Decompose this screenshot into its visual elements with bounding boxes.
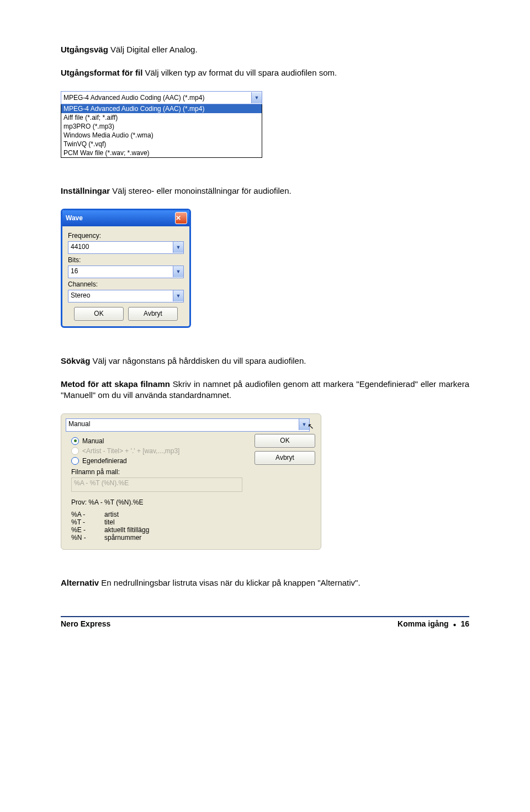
legend-k-t: %T - <box>71 518 94 526</box>
format-combo-listbox[interactable]: MPEG-4 Advanced Audio Coding (AAC) (*.mp… <box>61 104 262 158</box>
format-option-3[interactable]: Windows Media Audio (*.wma) <box>61 131 262 140</box>
wave-dialog: Wave ✕ Frequency: 44100 ▼ Bits: 16 ▼ Cha… <box>61 209 191 328</box>
para3-bold: Inställningar <box>61 186 110 195</box>
filename-ok-button[interactable]: OK <box>255 434 315 448</box>
footer-right-b: 16 <box>459 619 469 628</box>
para-metod: Metod för att skapa filnamn Skriv in nam… <box>61 379 469 401</box>
para-utgangsformat: Utgångsformat för fil Välj vilken typ av… <box>61 67 469 78</box>
radio-manual[interactable] <box>71 437 79 445</box>
radio-custom-label: Egendefinierad <box>82 457 127 465</box>
para4-rest: Välj var någonstans på hårddisken du vil… <box>90 356 306 365</box>
para-installningar: Inställningar Välj stereo- eller monoins… <box>61 185 469 197</box>
page-footer: Nero Express Komma igång ● 16 <box>61 617 469 628</box>
filename-method-panel: Manual ▼ ↖ OK Avbryt Manual <Artist - Ti… <box>61 413 321 550</box>
filename-preview: Prov: %A - %T (%N).%E <box>71 498 315 506</box>
wave-dialog-title: Wave <box>66 214 175 222</box>
chevron-down-icon: ▼ <box>176 269 181 274</box>
bullet-icon: ● <box>451 622 458 628</box>
chevron-down-icon: ▼ <box>255 95 259 100</box>
format-combo-dropdown-button[interactable]: ▼ <box>251 92 262 103</box>
legend-row-t: %T - titel <box>71 518 315 526</box>
bits-value: 16 <box>68 266 173 278</box>
close-icon: ✕ <box>176 214 187 222</box>
legend-k-n: %N - <box>71 534 94 542</box>
radio-artist-title <box>71 447 79 455</box>
para5-bold: Metod för att skapa filnamn <box>61 379 170 389</box>
channels-field[interactable]: Stereo ▼ <box>68 290 184 302</box>
filename-cancel-button[interactable]: Avbryt <box>255 451 315 465</box>
legend-row-a: %A - artist <box>71 511 315 518</box>
chevron-down-icon: ▼ <box>176 293 181 299</box>
close-button[interactable]: ✕ <box>175 212 187 224</box>
legend-k-a: %A - <box>71 511 94 518</box>
channels-label: Channels: <box>68 280 184 288</box>
format-option-0[interactable]: MPEG-4 Advanced Audio Coding (AAC) (*.mp… <box>61 104 262 113</box>
bits-dropdown-button[interactable]: ▼ <box>173 266 183 277</box>
para1-rest: Välj Digital eller Analog. <box>108 45 198 54</box>
footer-right-a: Komma igång <box>398 619 451 628</box>
legend-row-e: %E - aktuellt filtillägg <box>71 526 315 534</box>
wave-cancel-button[interactable]: Avbryt <box>128 307 178 321</box>
wave-ok-button[interactable]: OK <box>74 307 124 321</box>
footer-right: Komma igång ● 16 <box>398 619 469 628</box>
para3-rest: Välj stereo- eller monoinställningar för… <box>110 186 292 195</box>
legend-k-e: %E - <box>71 526 94 534</box>
para2-rest: Välj vilken typ av format du vill spara … <box>142 68 337 77</box>
method-combo[interactable]: Manual ▼ <box>66 418 310 432</box>
frequency-value: 44100 <box>68 242 173 253</box>
legend-v-e: aktuellt filtillägg <box>104 526 149 534</box>
format-combo-field[interactable]: MPEG-4 Advanced Audio Coding (AAC) (*.mp… <box>61 91 262 104</box>
radio-artist-title-label: <Artist - Titel> + '.' + [wav,...,mp3] <box>82 447 179 455</box>
filename-template-field[interactable]: %A - %T (%N).%E <box>71 477 242 492</box>
para-sokvag: Sökväg Välj var någonstans på hårddisken… <box>61 355 469 367</box>
bits-field[interactable]: 16 ▼ <box>68 266 184 278</box>
format-combo-image: MPEG-4 Advanced Audio Coding (AAC) (*.mp… <box>61 91 262 158</box>
frequency-dropdown-button[interactable]: ▼ <box>173 242 183 253</box>
legend-row-n: %N - spårnummer <box>71 534 315 542</box>
para6-rest: En nedrullningsbar listruta visas när du… <box>99 578 360 587</box>
method-combo-value: Manual <box>66 419 299 431</box>
channels-dropdown-button[interactable]: ▼ <box>173 290 183 301</box>
radio-manual-label: Manual <box>82 437 104 445</box>
para4-bold: Sökväg <box>61 356 90 365</box>
channels-value: Stereo <box>68 290 173 302</box>
radio-custom[interactable] <box>71 457 79 465</box>
chevron-down-icon: ▼ <box>176 245 181 250</box>
wave-dialog-titlebar[interactable]: Wave ✕ <box>62 210 189 226</box>
legend-v-t: titel <box>104 518 115 526</box>
para2-bold: Utgångsformat för fil <box>61 68 142 77</box>
format-option-4[interactable]: TwinVQ (*.vqf) <box>61 140 262 148</box>
frequency-label: Frequency: <box>68 232 184 240</box>
format-combo-selected: MPEG-4 Advanced Audio Coding (AAC) (*.mp… <box>61 94 251 102</box>
format-option-2[interactable]: mp3PRO (*.mp3) <box>61 122 262 131</box>
para-alternativ: Alternativ En nedrullningsbar listruta v… <box>61 577 469 588</box>
para6-bold: Alternativ <box>61 578 99 587</box>
legend-v-n: spårnummer <box>104 534 141 542</box>
legend-v-a: artist <box>104 511 119 518</box>
filename-template-label: Filnamn på mall: <box>71 468 315 476</box>
para1-bold: Utgångsväg <box>61 45 108 54</box>
frequency-field[interactable]: 44100 ▼ <box>68 241 184 254</box>
wave-dialog-body: Frequency: 44100 ▼ Bits: 16 ▼ Channels: … <box>62 226 189 326</box>
chevron-down-icon: ▼ <box>302 422 307 427</box>
format-option-1[interactable]: Aiff file (*.aif; *.aiff) <box>61 113 262 122</box>
bits-label: Bits: <box>68 256 184 264</box>
para-utgangsvag: Utgångsväg Välj Digital eller Analog. <box>61 44 469 55</box>
format-option-5[interactable]: PCM Wav file (*.wav; *.wave) <box>61 148 262 157</box>
footer-left: Nero Express <box>61 619 110 628</box>
